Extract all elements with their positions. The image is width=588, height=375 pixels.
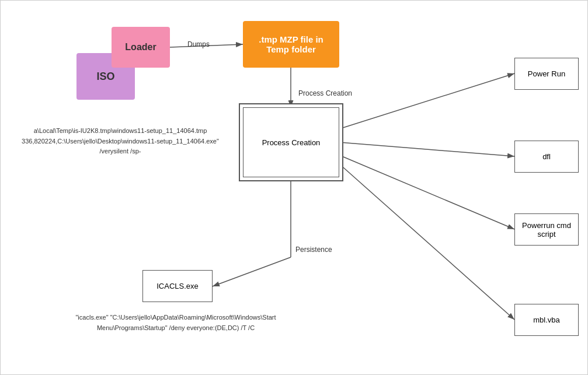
- loader-label: Loader: [125, 42, 156, 52]
- power-run-label: Power Run: [528, 69, 565, 78]
- dumps-label: Dumps: [187, 40, 210, 48]
- svg-line-5: [339, 155, 514, 229]
- process-creation-label: Process Creation: [262, 138, 321, 147]
- powerrun-cmd-label: Powerrun cmdscript: [522, 221, 571, 239]
- tmp-mzp-label: .tmp MZP file inTemp folder: [259, 34, 323, 54]
- dfl-label: dfl: [542, 152, 551, 161]
- tmp-mzp-node: .tmp MZP file inTemp folder: [243, 21, 339, 68]
- iso-label: ISO: [96, 71, 114, 83]
- svg-line-6: [339, 164, 514, 320]
- process-creation-node: Process Creation: [243, 107, 339, 177]
- powerrun-cmd-node: Powerrun cmdscript: [514, 213, 579, 246]
- process-creation-arrow-label: Process Creation: [298, 89, 352, 97]
- svg-line-4: [339, 142, 514, 156]
- loader-node: Loader: [112, 27, 170, 68]
- svg-line-8: [213, 257, 291, 286]
- icacls-node: ICACLS.exe: [142, 270, 213, 302]
- mbl-vba-label: mbl.vba: [533, 316, 560, 324]
- diagram-container: ISO Loader .tmp MZP file inTemp folder D…: [0, 0, 588, 375]
- icacls-label: ICACLS.exe: [156, 282, 199, 290]
- svg-line-3: [339, 73, 514, 129]
- power-run-node: Power Run: [514, 58, 579, 90]
- persistence-label: Persistence: [295, 246, 332, 254]
- cmd-text-main: a\Local\Temp\is-IU2K8.tmp\windows11-setu…: [4, 126, 237, 157]
- dfl-node: dfl: [514, 141, 579, 173]
- cmd-text-icacls: "icacls.exe" "C:\Users\jello\AppData\Roa…: [71, 313, 281, 333]
- mbl-vba-node: mbl.vba: [514, 304, 579, 336]
